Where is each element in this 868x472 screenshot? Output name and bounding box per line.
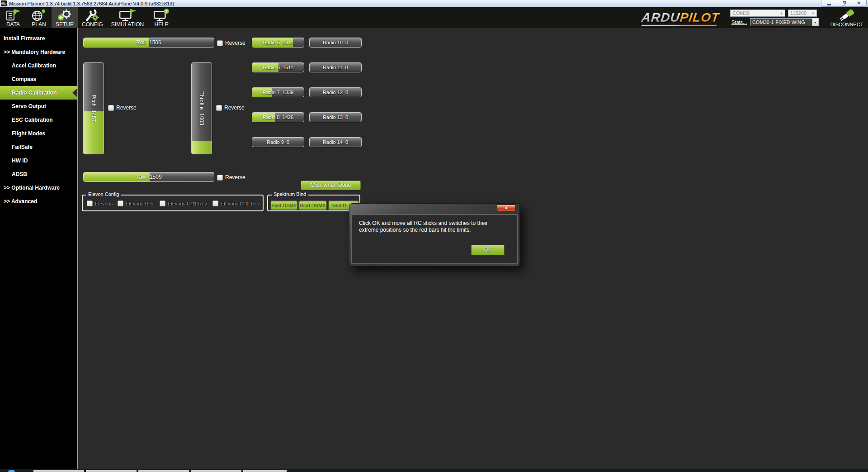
connection-panel: COM30 ▼ 115200 ▼ Stats... COM30-1-FIXED … (730, 7, 823, 28)
main-toolbar: DATA PLAN (0, 7, 868, 28)
nav-config-label: CONFIG (82, 21, 103, 28)
roll-reverse-row: Reverse (217, 40, 245, 46)
sidebar-item-flight-modes[interactable]: Flight Modes (0, 127, 77, 140)
yaw-reverse-label: Reverse (225, 174, 245, 181)
radio12-bar: Radio 120 (309, 87, 362, 97)
radio11-bar: Radio 110 (309, 62, 362, 72)
elevons-rev-checkbox[interactable] (118, 200, 123, 206)
calibration-dialog: ✕ Click OK and move all RC sticks and sw… (349, 203, 520, 267)
baud-rate-select[interactable]: 115200 ▼ (788, 10, 817, 17)
disconnect-button[interactable]: DISCONNECT (827, 9, 866, 27)
elevons-row: Elevons (87, 200, 113, 206)
calibrate-done-button[interactable]: Click when Done (301, 181, 361, 190)
taskbar-button[interactable] (33, 470, 84, 472)
sidebar-item-accel-calibration[interactable]: Accel Calibration (0, 59, 77, 72)
spektrum-bind-title: Spektrum Bind (272, 191, 308, 197)
yaw-reverse-checkbox[interactable] (217, 175, 223, 181)
nav-config[interactable]: CONFIG (78, 7, 107, 28)
radio10-bar: Radio 100 (309, 38, 362, 48)
com-port-select[interactable]: COM30 ▼ (730, 10, 785, 17)
bind-dsmx-button[interactable]: Bind DSMX (299, 201, 327, 210)
pitch-reverse-row: Reverse (108, 105, 137, 111)
sidebar-item-advanced[interactable]: >> Advanced (0, 195, 77, 208)
sidebar-item-hw-id[interactable]: HW ID (0, 154, 77, 167)
roll-reverse-label: Reverse (225, 40, 245, 46)
yaw-reverse-row: Reverse (217, 174, 245, 181)
sidebar-item-servo-output[interactable]: Servo Output (0, 100, 77, 113)
start-orb-icon[interactable] (8, 470, 15, 472)
taskbar-button[interactable] (191, 470, 241, 472)
sidebar-item-install-firmware[interactable]: Install Firmware (0, 32, 77, 45)
pitch-reverse-checkbox[interactable] (108, 105, 114, 111)
taskbar-button[interactable] (138, 470, 189, 472)
nav-plan[interactable]: PLAN (26, 7, 52, 28)
simulation-monitor-icon (118, 9, 137, 21)
stats-link[interactable]: Stats... (731, 19, 747, 25)
elevons-checkbox[interactable] (87, 200, 93, 206)
nav-simulation-label: SIMULATION (111, 21, 144, 28)
nav-data[interactable]: DATA (0, 7, 26, 28)
close-icon: ✕ (857, 0, 860, 6)
sidebar-item-mandatory-hardware[interactable]: >> Mandatory Hardware (0, 45, 77, 59)
throttle-channel-bar: Throttle1003 (191, 62, 212, 154)
nav-help[interactable]: ? HELP (148, 7, 175, 28)
plan-globe-icon (30, 9, 47, 21)
pitch-channel-bar: Pitch1457 (83, 62, 104, 154)
nav-setup[interactable]: SETUP (52, 7, 78, 28)
disconnect-label: DISCONNECT (830, 22, 863, 27)
titlebar: Mp Mission Planner 1.3.74 build 1.3.7563… (0, 0, 868, 7)
roll-reverse-checkbox[interactable] (217, 40, 223, 46)
elevon-config-group: Elevon Config Elevons Elevons Rev Elevon… (82, 195, 264, 211)
connect-plug-icon (836, 10, 857, 21)
sidebar-item-failsafe[interactable]: FailSafe (0, 140, 77, 154)
dialog-close-button[interactable]: ✕ (497, 205, 516, 211)
minimize-button[interactable] (821, 0, 836, 6)
mission-planner-window: Mp Mission Planner 1.3.74 build 1.3.7563… (0, 0, 868, 472)
nav-plan-label: PLAN (32, 21, 46, 28)
window-title: Mission Planner 1.3.74 build 1.3.7563.27… (9, 0, 174, 7)
taskbar-button[interactable] (86, 470, 137, 472)
sidebar-item-esc-calibration[interactable]: ESC Calibration (0, 113, 77, 127)
roll-channel-bar: Roll1506 (83, 38, 214, 48)
restore-button[interactable] (836, 0, 851, 6)
chevron-down-icon: ▼ (811, 12, 815, 15)
sidebar-divider (77, 28, 78, 469)
link-description-select[interactable]: COM30-1-FIXED WING ▼ (750, 18, 819, 26)
nav-setup-label: SETUP (56, 21, 74, 28)
elevons-ch2-rev-row: Elevons CH2 Rev (212, 200, 260, 206)
elevons-rev-row: Elevons Rev (118, 200, 154, 206)
throttle-reverse-checkbox[interactable] (216, 105, 222, 111)
windows-taskbar (0, 469, 868, 472)
radio13-bar: Radio 130 (309, 112, 362, 122)
sidebar-item-adsb[interactable]: ADSB (0, 167, 77, 181)
help-monitor-icon: ? (152, 9, 171, 21)
dialog-message: Click OK and move all RC sticks and swit… (359, 220, 488, 234)
ardupilot-logo: ARDUPILOT (641, 10, 726, 25)
elevon-config-title: Elevon Config (86, 191, 121, 197)
elevons-ch2-rev-label: Elevons CH2 Rev (221, 201, 260, 206)
sidebar-item-compass[interactable]: Compass (0, 72, 77, 86)
bind-dsm2-button[interactable]: Bind DSM2 (270, 201, 297, 210)
radio6-bar: Radio 61511 (252, 62, 304, 72)
elevons-ch2-rev-checkbox[interactable] (212, 200, 218, 206)
yaw-channel-bar: Yaw1509 (83, 172, 214, 182)
config-wrench-icon (83, 9, 101, 21)
radio5-bar: Radio 51911 (252, 38, 304, 48)
setup-workspace: Install Firmware >> Mandatory Hardware A… (0, 28, 868, 469)
radio9-bar: Radio 90 (252, 137, 304, 147)
setup-gears-icon (56, 9, 74, 21)
elevons-ch1-rev-row: Elevons CH1 Rev (160, 200, 207, 206)
nav-simulation[interactable]: SIMULATION (107, 7, 148, 28)
sidebar-item-optional-hardware[interactable]: >> Optional Hardware (0, 181, 77, 195)
flight-data-icon (4, 9, 22, 21)
close-button[interactable]: ✕ (851, 0, 866, 6)
pitch-reverse-label: Reverse (116, 105, 137, 111)
app-icon: Mp (1, 0, 7, 6)
elevons-ch1-rev-checkbox[interactable] (160, 200, 165, 206)
elevons-rev-label: Elevons Rev (126, 201, 154, 206)
dialog-ok-button[interactable]: OK (471, 245, 505, 255)
taskbar-button[interactable] (243, 470, 287, 472)
sidebar-item-radio-calibration[interactable]: Radio Calibration (0, 86, 77, 100)
close-icon: ✕ (505, 205, 508, 210)
throttle-reverse-label: Reverse (224, 105, 245, 111)
